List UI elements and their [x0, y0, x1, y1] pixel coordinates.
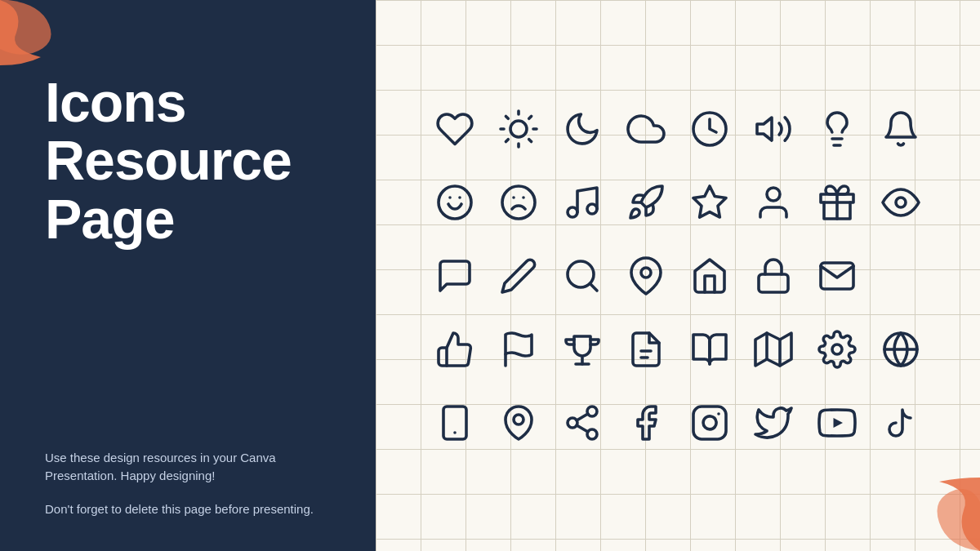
svg-point-42	[514, 415, 523, 424]
svg-marker-21	[693, 186, 726, 217]
icon-thumbsup	[426, 317, 483, 382]
icon-home	[681, 243, 738, 309]
svg-point-22	[767, 188, 780, 201]
icon-gear	[808, 317, 866, 382]
icon-twitter	[745, 390, 802, 455]
svg-point-13	[439, 186, 471, 219]
page-title: Icons Resource Page	[45, 73, 343, 248]
icon-gift	[808, 170, 866, 235]
icon-star	[681, 170, 738, 235]
icon-moon	[554, 96, 611, 162]
icon-heart	[426, 96, 483, 162]
svg-point-37	[832, 344, 842, 354]
svg-point-19	[568, 207, 577, 217]
svg-line-3	[506, 116, 508, 118]
icon-tiktok	[872, 390, 929, 455]
icon-rocket	[617, 170, 675, 235]
icon-youtube	[808, 390, 866, 455]
icon-instagram	[681, 390, 738, 455]
icon-music	[554, 170, 611, 235]
icon-chat	[426, 243, 483, 309]
icon-pin	[617, 243, 675, 309]
icon-clock	[681, 96, 738, 162]
bottom-text: Use these design resources in your Canva…	[45, 449, 343, 519]
svg-rect-29	[759, 274, 788, 292]
icon-pencil	[490, 243, 547, 309]
description-text: Use these design resources in your Canva…	[45, 449, 343, 486]
svg-marker-50	[834, 417, 844, 427]
deco-top-left-shape	[0, 0, 82, 65]
icon-happy	[426, 170, 483, 235]
svg-line-27	[590, 283, 597, 291]
icon-document	[617, 317, 675, 382]
icon-share	[554, 390, 611, 455]
icon-empty-1	[872, 243, 929, 309]
icons-grid	[410, 80, 946, 472]
icon-sun	[490, 96, 547, 162]
svg-rect-48	[693, 407, 726, 439]
icon-envelope	[808, 243, 866, 309]
warning-text: Don't forget to delete this page before …	[45, 500, 343, 519]
icon-book	[681, 317, 738, 382]
icon-location	[490, 390, 547, 455]
icon-lightbulb	[808, 96, 866, 162]
icon-map	[745, 317, 802, 382]
title-block: Icons Resource Page	[45, 73, 343, 248]
icon-cloud	[617, 96, 675, 162]
svg-rect-40	[443, 407, 466, 439]
svg-marker-10	[757, 118, 772, 140]
icon-person	[745, 170, 802, 235]
icon-globe	[872, 317, 929, 382]
icon-megaphone	[745, 96, 802, 162]
left-panel: Icons Resource Page Use these design res…	[0, 0, 376, 551]
svg-point-0	[510, 121, 527, 137]
icon-search	[554, 243, 611, 309]
svg-line-4	[529, 139, 532, 141]
icon-flag	[490, 317, 547, 382]
right-panel	[376, 0, 980, 551]
svg-line-47	[577, 414, 588, 420]
svg-marker-34	[755, 333, 791, 366]
icon-phone	[426, 390, 483, 455]
svg-point-25	[896, 198, 906, 207]
icon-eye	[872, 170, 929, 235]
deco-bottom-right-shape	[882, 478, 980, 551]
svg-line-46	[577, 425, 588, 432]
icon-sad	[490, 170, 547, 235]
icon-facebook	[617, 390, 675, 455]
svg-line-7	[506, 139, 508, 141]
icon-trophy	[554, 317, 611, 382]
icon-lock	[745, 243, 802, 309]
svg-line-8	[529, 116, 532, 118]
svg-point-16	[502, 186, 535, 219]
svg-point-20	[587, 204, 597, 214]
svg-point-28	[641, 268, 651, 278]
icon-bell	[872, 96, 929, 162]
